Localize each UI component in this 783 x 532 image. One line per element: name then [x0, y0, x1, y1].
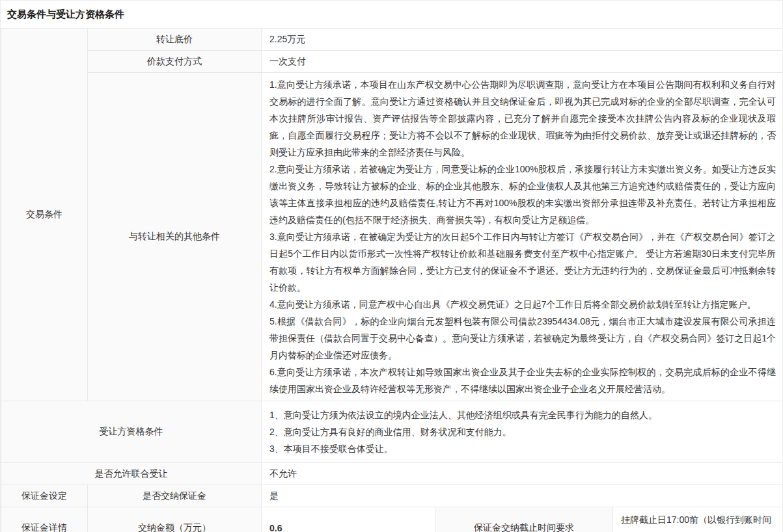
- table-row: 受让方资格条件 1、意向受让方须为依法设立的境内企业法人、其他经济组织或具有完全…: [1, 401, 783, 463]
- other-conditions-text: 1.意向受让方须承诺，本项目在山东产权交易中心公告期即为尽职调查期，意向受让方在…: [262, 73, 783, 401]
- payment-method-value: 一次支付: [262, 51, 783, 73]
- deposit-setting-group-label: 保证金设定: [1, 485, 88, 507]
- floor-price-value: 2.25万元: [262, 29, 783, 51]
- condition-paragraph-3: 3.意向受让方须承诺，在被确定为受让方的次日起5个工作日内与转让方签订《产权交易…: [269, 228, 776, 296]
- deposit-details-group-label: 保证金详情: [1, 507, 88, 532]
- table-row: 是否允许联合受让 不允许: [1, 463, 783, 485]
- deposit-deadline-value: 挂牌截止日17:00前（以银行到账时间为准）: [613, 507, 783, 532]
- table-row: 保证金详情 交纳金额（万元） 0.6 保证金交纳截止时间要求 挂牌截止日17:0…: [1, 507, 783, 532]
- condition-paragraph-5: 5.根据《借款合同》，标的企业向烟台元发塑料包装有限公司借款23954434.0…: [269, 313, 776, 364]
- other-conditions-label: 与转让相关的其他条件: [88, 73, 262, 401]
- qualification-item-3: 3、本项目不接受联合体受让。: [269, 440, 776, 457]
- trade-conditions-group-label: 交易条件: [1, 29, 88, 401]
- section-title: 交易条件与受让方资格条件: [1, 1, 782, 28]
- table-row: 交易条件 转让底价 2.25万元: [1, 29, 783, 51]
- condition-paragraph-6: 6.意向受让方须承诺，本次产权转让如导致国家出资企业及其子企业失去标的企业实际控…: [269, 364, 776, 397]
- table-row: 保证金设定 是否交纳保证金 是: [1, 485, 783, 507]
- floor-price-label: 转让底价: [88, 29, 262, 51]
- qualification-item-2: 2、意向受让方具有良好的商业信用、财务状况和支付能力。: [269, 423, 776, 440]
- table-row: 与转让相关的其他条件 1.意向受让方须承诺，本项目在山东产权交易中心公告期即为尽…: [1, 73, 783, 401]
- table-row: 价款支付方式 一次支付: [1, 51, 783, 73]
- joint-transfer-label: 是否允许联合受让: [1, 463, 262, 485]
- deposit-required-label: 是否交纳保证金: [88, 485, 262, 507]
- condition-paragraph-2: 2.意向受让方须承诺，若被确定为受让方，同意受让标的企业100%股权后，承接履行…: [269, 161, 776, 228]
- deposit-amount-label: 交纳金额（万元）: [88, 507, 262, 532]
- qualification-item-1: 1、意向受让方须为依法设立的境内企业法人、其他经济组织或具有完全民事行为能力的自…: [269, 406, 776, 423]
- payment-method-label: 价款支付方式: [88, 51, 262, 73]
- condition-paragraph-4: 4.意向受让方须承诺，同意产权中心自出具《产权交易凭证》之日起7个工作日后将全部…: [269, 296, 776, 313]
- qualification-label: 受让方资格条件: [1, 401, 262, 463]
- qualification-text: 1、意向受让方须为依法设立的境内企业法人、其他经济组织或具有完全民事行为能力的自…: [262, 401, 783, 463]
- condition-paragraph-1: 1.意向受让方须承诺，本项目在山东产权交易中心公告期即为尽职调查期，意向受让方在…: [269, 76, 776, 161]
- joint-transfer-value: 不允许: [262, 463, 783, 485]
- deposit-required-value: 是: [262, 485, 783, 507]
- deposit-deadline-label: 保证金交纳截止时间要求: [435, 507, 613, 532]
- deposit-amount-value: 0.6: [262, 507, 435, 532]
- conditions-table: 交易条件 转让底价 2.25万元 价款支付方式 一次支付 与转让相关的其他条件 …: [1, 28, 783, 532]
- transaction-conditions-section: 交易条件与受让方资格条件 交易条件 转让底价 2.25万元 价款支付方式 一次支…: [0, 0, 783, 532]
